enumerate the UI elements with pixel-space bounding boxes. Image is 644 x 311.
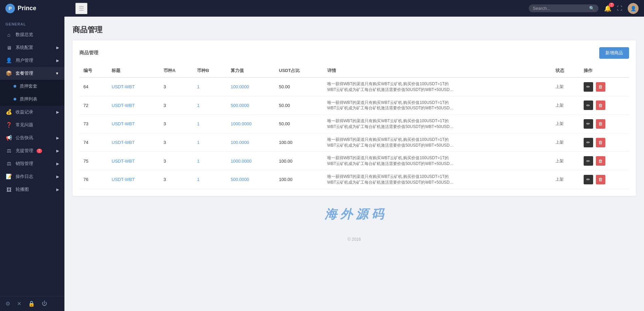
sidebar-label-destroy: 销毁管理 <box>16 161 33 167</box>
avatar[interactable]: 👤 <box>628 3 639 14</box>
sidebar-item-recharge[interactable]: ⚖ 充提管理 7 ▶ <box>0 144 64 157</box>
chevron-down-icon: ▼ <box>55 71 59 75</box>
sidebar: GENERAL ⌂ 数据总览 🖥 系统配置 ▶ 👤 用户管理 ▶ 📦 套餐管理 … <box>0 17 64 311</box>
close-icon[interactable]: ✕ <box>17 300 21 307</box>
cell-id: 72 <box>79 96 108 115</box>
col-currency-a: 币种A <box>159 64 193 77</box>
sidebar-footer: ⚙ ✕ 🔒 ⏻ <box>0 296 64 311</box>
footer-text: © 2016 <box>73 233 636 246</box>
col-status: 状态 <box>551 64 580 77</box>
col-hashrate: 算力值 <box>227 64 275 77</box>
delete-button[interactable]: 🗑 <box>596 100 605 110</box>
table-row: 75 USDT-WBT 3 1 1000.0000 100.00 唯一获得WBT… <box>79 152 629 170</box>
cell-currency-a: 3 <box>159 152 193 170</box>
cell-hashrate: 500.0000 <box>227 170 275 189</box>
sidebar-item-system[interactable]: 🖥 系统配置 ▶ <box>0 41 64 54</box>
oplog-icon: 📝 <box>5 173 12 180</box>
edit-button[interactable]: ✏ <box>584 175 593 184</box>
cell-title: USDT-WBT <box>108 152 159 170</box>
page-title: 商品管理 <box>73 25 636 35</box>
cell-id: 76 <box>79 170 108 189</box>
cell-status: 上架 <box>551 77 580 96</box>
cell-detail: 唯一获得WBT的渠道只有购买WBT云矿机.购买价值100USDT=1T的WBT云… <box>323 96 551 115</box>
table-header: 编号 标题 币种A 币种B 算力值 USDT占比 详情 状态 操作 <box>79 64 629 77</box>
sidebar-item-packages[interactable]: 📦 套餐管理 ▼ <box>0 67 64 80</box>
sidebar-item-faq[interactable]: ❓ 常见问题 <box>0 118 64 131</box>
products-table: 编号 标题 币种A 币种B 算力值 USDT占比 详情 状态 操作 64 USD… <box>79 64 629 189</box>
sidebar-item-oplog[interactable]: 📝 操作日志 ▶ <box>0 170 64 183</box>
cell-usdt-ratio: 50.00 <box>275 77 323 96</box>
col-detail: 详情 <box>323 64 551 77</box>
home-icon: ⌂ <box>5 32 12 38</box>
edit-button[interactable]: ✏ <box>584 156 593 166</box>
top-bar-left: P Prince ☰ <box>5 3 87 14</box>
search-input[interactable] <box>533 6 587 11</box>
edit-button[interactable]: ✏ <box>584 119 593 129</box>
col-action: 操作 <box>580 64 629 77</box>
cell-id: 64 <box>79 77 108 96</box>
edit-button[interactable]: ✏ <box>584 100 593 110</box>
cell-status: 上架 <box>551 133 580 152</box>
hamburger-button[interactable]: ☰ <box>75 3 87 14</box>
sidebar-section-label: GENERAL <box>0 17 64 28</box>
cell-currency-a: 3 <box>159 77 193 96</box>
package-icon: 📦 <box>5 70 12 76</box>
cell-hashrate: 500.0000 <box>227 96 275 115</box>
cell-currency-b: 1 <box>193 96 227 115</box>
chevron-right-icon7: ▶ <box>56 175 59 179</box>
edit-button[interactable]: ✏ <box>584 82 593 92</box>
cell-title: USDT-WBT <box>108 133 159 152</box>
cell-action: ✏ 🗑 <box>580 115 629 133</box>
cell-title: USDT-WBT <box>108 170 159 189</box>
sidebar-item-pledge-package[interactable]: 质押套套 <box>0 80 64 93</box>
sidebar-label-system: 系统配置 <box>16 44 33 51</box>
chevron-right-icon4: ▶ <box>56 136 59 140</box>
sidebar-item-banner[interactable]: 🖼 轮播图 ▶ <box>0 183 64 196</box>
cell-status: 上架 <box>551 115 580 133</box>
cell-action: ✏ 🗑 <box>580 133 629 152</box>
chevron-right-icon2: ▶ <box>56 58 59 63</box>
sidebar-label-banner: 轮播图 <box>16 186 29 193</box>
edit-button[interactable]: ✏ <box>584 138 593 147</box>
delete-button[interactable]: 🗑 <box>596 175 605 184</box>
delete-button[interactable]: 🗑 <box>596 82 605 92</box>
earnings-icon: 💰 <box>5 109 12 115</box>
app-body: GENERAL ⌂ 数据总览 🖥 系统配置 ▶ 👤 用户管理 ▶ 📦 套餐管理 … <box>0 17 644 311</box>
col-id: 编号 <box>79 64 108 77</box>
sidebar-item-destroy[interactable]: ⚖ 销毁管理 ▶ <box>0 157 64 170</box>
sidebar-item-notice[interactable]: 📢 公告快讯 ▶ <box>0 131 64 144</box>
notification-button[interactable]: 🔔 7 <box>604 5 611 12</box>
chevron-right-icon8: ▶ <box>56 187 59 192</box>
notification-badge: 7 <box>609 3 614 7</box>
cell-currency-b: 1 <box>193 152 227 170</box>
cell-usdt-ratio: 100.00 <box>275 133 323 152</box>
expand-icon[interactable]: ⛶ <box>617 5 622 12</box>
sidebar-item-dashboard[interactable]: ⌂ 数据总览 <box>0 28 64 41</box>
sidebar-item-earnings[interactable]: 💰 收益记录 ▶ <box>0 106 64 118</box>
card-title: 商品管理 <box>79 50 98 56</box>
cell-hashrate: 1000.0000 <box>227 152 275 170</box>
sidebar-item-pledge-list[interactable]: 质押列表 <box>0 93 64 106</box>
cell-currency-b: 1 <box>193 133 227 152</box>
settings-icon[interactable]: ⚙ <box>5 300 10 307</box>
delete-button[interactable]: 🗑 <box>596 138 605 147</box>
delete-button[interactable]: 🗑 <box>596 119 605 129</box>
cell-status: 上架 <box>551 96 580 115</box>
cell-currency-b: 1 <box>193 170 227 189</box>
product-management-card: 商品管理 新增商品 编号 标题 币种A 币种B 算力值 USDT占比 详情 状态… <box>73 40 636 196</box>
search-icon[interactable]: 🔍 <box>589 6 594 11</box>
cell-title: USDT-WBT <box>108 96 159 115</box>
dot-icon1 <box>14 85 16 88</box>
cell-action: ✏ 🗑 <box>580 77 629 96</box>
sidebar-label-oplog: 操作日志 <box>16 173 33 180</box>
lock-icon[interactable]: 🔒 <box>28 300 35 307</box>
sidebar-item-users[interactable]: 👤 用户管理 ▶ <box>0 54 64 67</box>
power-icon[interactable]: ⏻ <box>42 300 47 307</box>
add-product-button[interactable]: 新增商品 <box>599 47 629 59</box>
cell-usdt-ratio: 50.00 <box>275 96 323 115</box>
delete-button[interactable]: 🗑 <box>596 156 605 166</box>
cell-usdt-ratio: 100.00 <box>275 152 323 170</box>
cell-detail: 唯一获得WBT的渠道只有购买WBT云矿机.购买价值100USDT=1T的WBT云… <box>323 133 551 152</box>
cell-action: ✏ 🗑 <box>580 96 629 115</box>
main-content: 商品管理 商品管理 新增商品 编号 标题 币种A 币种B 算力值 USDT占比 … <box>64 17 644 311</box>
